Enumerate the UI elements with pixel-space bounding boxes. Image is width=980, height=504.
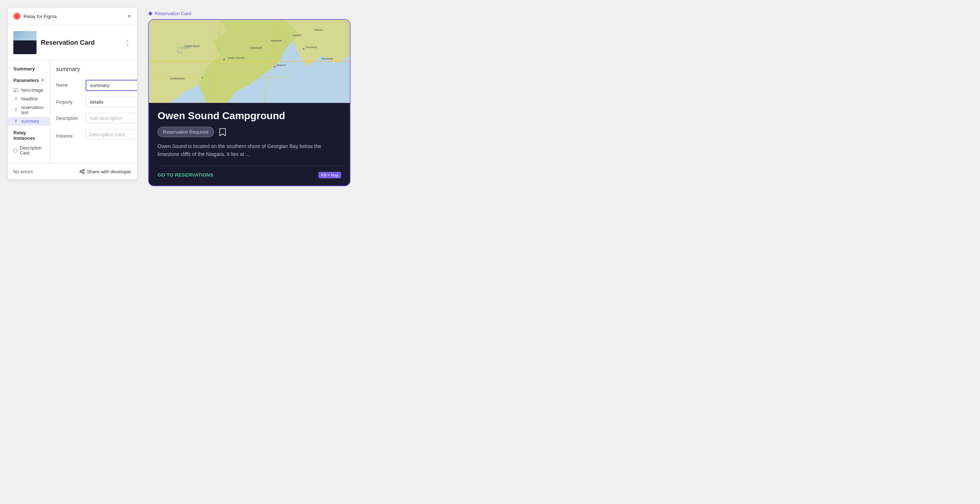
- right-panel: Reservation Card: [145, 7, 973, 190]
- panel-header: Relay for Figma ×: [8, 8, 137, 25]
- svg-point-8: [83, 172, 84, 174]
- text-type-icon-reservation: T: [13, 108, 18, 113]
- reservation-tag: Reservation Required: [158, 127, 214, 137]
- svg-text:Thornbury: Thornbury: [305, 46, 317, 49]
- svg-text:Owen Sound: Owen Sound: [228, 56, 244, 60]
- card-tags: Reservation Required: [158, 127, 341, 137]
- text-type-icon-headline: T: [13, 97, 18, 101]
- svg-point-19: [274, 66, 276, 68]
- card-content: Owen Sound Campground Reservation Requir…: [149, 103, 350, 185]
- property-select[interactable]: details summary description text: [86, 97, 137, 107]
- more-options-button[interactable]: ⋮: [124, 38, 131, 47]
- svg-text:Kimberley: Kimberley: [321, 57, 333, 60]
- form-header: summary 🗑: [56, 66, 137, 73]
- svg-text:Chatsworth: Chatsworth: [249, 47, 262, 49]
- svg-text:Bay: Bay: [177, 50, 183, 54]
- parameters-header: Parameters +: [8, 74, 50, 86]
- cta-label: GO TO RESERVATIONS: [158, 172, 213, 178]
- relay-diamond-icon: [148, 11, 153, 16]
- panel-footer: No errors Share with developer: [8, 163, 137, 179]
- left-sidebar: Summary Parameters + hero-image T headli…: [8, 60, 50, 163]
- component-header-left: Reservation Card: [13, 31, 95, 54]
- instance-value: Description Card: [86, 129, 137, 140]
- instance-label-description-card: Description Card: [20, 146, 44, 155]
- svg-text:Meaford: Meaford: [277, 64, 286, 67]
- share-with-developer-button[interactable]: Share with developer: [79, 169, 131, 174]
- name-label: Name: [56, 80, 81, 88]
- card-preview: Georgian Bay Owen Sound Meaford Thornbur…: [148, 19, 350, 186]
- card-title: Owen Sound Campground: [158, 110, 341, 122]
- panel-body: Summary Parameters + hero-image T headli…: [8, 60, 137, 163]
- instance-item-description-card[interactable]: Description Card: [8, 144, 50, 157]
- fill-hug-badge: Fill × Hug: [318, 172, 341, 178]
- svg-line-9: [81, 170, 83, 171]
- name-input[interactable]: [86, 80, 137, 91]
- param-label-headline: headline: [21, 97, 38, 101]
- component-name: Reservation Card: [41, 39, 95, 47]
- close-button[interactable]: ×: [127, 13, 131, 19]
- parameters-title: Parameters: [13, 78, 39, 83]
- thumb-dark: [13, 40, 37, 54]
- text-type-icon-summary: T: [13, 119, 18, 124]
- property-row: Property details summary description tex…: [56, 97, 137, 107]
- bookmark-icon: [218, 128, 227, 136]
- image-icon-shape: [14, 89, 18, 92]
- right-form: summary 🗑 Name Property details summary …: [50, 60, 137, 163]
- header-left: Relay for Figma: [13, 13, 57, 20]
- summary-section-title: Summary: [8, 66, 50, 74]
- param-label-hero-image: hero-image: [21, 88, 43, 93]
- instance-row: Instance Description Card: [56, 129, 137, 140]
- param-item-hero-image[interactable]: hero-image: [8, 86, 50, 95]
- svg-text:Wiarton: Wiarton: [314, 29, 323, 31]
- component-header: Reservation Card ⋮: [8, 25, 137, 60]
- param-label-summary: summary: [21, 119, 39, 124]
- card-map-image: Georgian Bay Owen Sound Meaford Thornbur…: [149, 20, 350, 103]
- left-panel: Relay for Figma × Reservation Card ⋮ Sum…: [7, 7, 137, 180]
- image-type-icon: [13, 88, 18, 93]
- diamond-icon: [13, 148, 18, 153]
- svg-text:Kemble: Kemble: [293, 34, 301, 36]
- svg-point-6: [83, 169, 84, 171]
- relay-component-label: Reservation Card: [148, 11, 969, 16]
- svg-point-21: [202, 77, 203, 78]
- param-label-reservation-text: reservation-text: [21, 105, 44, 115]
- param-item-summary[interactable]: T summary: [8, 117, 50, 126]
- relay-label-text: Reservation Card: [155, 11, 191, 16]
- svg-point-20: [303, 48, 305, 50]
- share-icon: [79, 169, 85, 174]
- no-errors-label: No errors: [13, 169, 33, 174]
- component-thumbnail: [13, 31, 37, 54]
- svg-line-10: [81, 172, 83, 173]
- svg-text:Hepworth: Hepworth: [271, 40, 282, 42]
- svg-point-18: [223, 59, 225, 61]
- param-item-headline[interactable]: T headline: [8, 95, 50, 103]
- property-label: Property: [56, 97, 81, 105]
- svg-text:Southampton: Southampton: [170, 77, 185, 80]
- svg-point-7: [80, 171, 81, 172]
- form-title: summary: [56, 66, 80, 73]
- relay-logo-icon: [13, 13, 21, 20]
- svg-text:Sauble Beach: Sauble Beach: [184, 45, 200, 47]
- share-label: Share with developer: [87, 169, 131, 174]
- relay-instances-title: Relay instances: [8, 126, 50, 144]
- card-description: Owen Sound is located on the southern sh…: [158, 142, 341, 158]
- description-placeholder[interactable]: Add description: [86, 113, 137, 124]
- description-row: Description Add description: [56, 113, 137, 124]
- card-footer: GO TO RESERVATIONS Fill × Hug: [158, 166, 341, 178]
- app-title: Relay for Figma: [24, 14, 57, 19]
- thumb-map: [13, 31, 37, 40]
- description-label: Description: [56, 113, 81, 121]
- instance-label: Instance: [56, 131, 81, 139]
- name-row: Name: [56, 80, 137, 91]
- add-parameter-button[interactable]: +: [41, 77, 44, 83]
- param-item-reservation-text[interactable]: T reservation-text: [8, 103, 50, 117]
